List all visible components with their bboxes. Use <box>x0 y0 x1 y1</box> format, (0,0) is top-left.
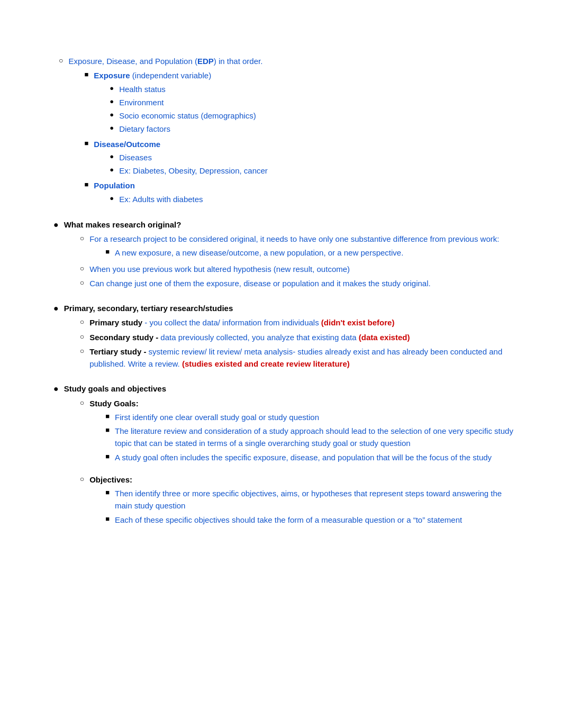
tertiary-red: (studies existed and create review liter… <box>182 359 350 368</box>
ex-diseases-label: Ex: Diabetes, Obesity, Depression, cance… <box>119 165 519 177</box>
original-section: ● What makes research original? ○ For a … <box>43 219 519 292</box>
population-label: Population <box>94 181 135 190</box>
obj1-bullet: ■ <box>105 487 110 498</box>
goal2-item: ■ The literature review and consideratio… <box>89 425 519 450</box>
socio-bullet: ● <box>110 110 114 120</box>
tertiary-item: ○ Tertiary study - systemic review/ lit … <box>64 345 519 370</box>
goal3-item: ■ A study goal often includes the specif… <box>89 451 519 463</box>
secondary-content: Secondary study - data previously collec… <box>89 331 519 343</box>
pst-bullet: ● <box>53 302 59 315</box>
edp-bold: EDP <box>197 57 214 66</box>
goals-sub-content: Study Goals: ■ First identify one clear … <box>89 397 519 465</box>
environment-bullet: ● <box>110 96 114 107</box>
new-exposure-bullet: ■ <box>105 247 110 257</box>
pst-content: Primary, secondary, tertiary research/st… <box>64 302 519 372</box>
environment-label: Environment <box>119 96 519 108</box>
objectives-sub-bullet: ○ <box>80 474 84 485</box>
diseases-item: ● Diseases <box>94 151 519 163</box>
secondary-label: Secondary study - <box>89 333 158 342</box>
dietary-item: ● Dietary factors <box>94 123 519 135</box>
tertiary-label: Tertiary study - <box>89 347 146 356</box>
altered-hyp-item: ○ When you use previous work but altered… <box>64 263 519 275</box>
exposure-desc: (independent variable) <box>132 71 211 80</box>
original-desc-bullet: ○ <box>80 233 84 244</box>
objectives-sub-item: ○ Objectives: ■ Then identify three or m… <box>64 474 519 527</box>
goal1-bullet: ■ <box>105 411 110 422</box>
pst-heading: Primary, secondary, tertiary research/st… <box>64 304 233 313</box>
goal2-bullet: ■ <box>105 425 110 435</box>
edp-bullet: ○ <box>59 55 63 66</box>
study-goals-bullet: ● <box>53 383 59 395</box>
health-status-item: ● Health status <box>94 83 519 95</box>
goal2-text: The literature review and consideration … <box>115 425 519 450</box>
disease-content: Disease/Outcome ● Diseases ● Ex: Diabete… <box>94 138 519 178</box>
study-goals-content: Study goals and objectives ○ Study Goals… <box>64 383 519 530</box>
altered-hyp-bullet: ○ <box>80 263 84 274</box>
ex-adults-bullet: ● <box>110 193 114 204</box>
primary-bullet: ○ <box>80 316 84 327</box>
primary-label: Primary study <box>89 318 142 327</box>
dietary-bullet: ● <box>110 123 114 133</box>
disease-bullet: ■ <box>84 138 88 149</box>
main-content: ○ Exposure, Disease, and Population (EDP… <box>43 21 519 530</box>
original-bullet: ● <box>53 219 59 231</box>
ex-adults-item: ● Ex: Adults with diabetes <box>94 193 519 205</box>
original-content: What makes research original? ○ For a re… <box>64 219 519 292</box>
original-desc-text: For a research project to be considered … <box>89 234 499 243</box>
population-item: ■ Population ● Ex: Adults with diabetes <box>68 179 519 206</box>
altered-hyp-text: When you use previous work but altered h… <box>89 263 519 275</box>
health-status-label: Health status <box>119 83 519 95</box>
pst-section: ● Primary, secondary, tertiary research/… <box>43 302 519 372</box>
study-goals-section: ● Study goals and objectives ○ Study Goa… <box>43 383 519 530</box>
original-desc-item: ○ For a research project to be considere… <box>64 233 519 261</box>
health-bullet: ● <box>110 83 114 94</box>
original-heading: What makes research original? <box>64 220 182 229</box>
obj2-item: ■ Each of these specific objectives shou… <box>89 514 519 526</box>
goals-sub-label: Study Goals: <box>89 399 139 408</box>
goal3-bullet: ■ <box>105 451 110 462</box>
new-exposure-text: A new exposure, a new disease/outcome, a… <box>115 247 519 259</box>
ex-diseases-bullet: ● <box>110 165 114 175</box>
exposure-item: ■ Exposure (independent variable) ● Heal… <box>68 69 519 136</box>
objectives-sub-label: Objectives: <box>89 475 132 484</box>
secondary-red: (data existed) <box>359 333 410 342</box>
primary-red: (didn't exist before) <box>321 318 395 327</box>
population-bullet: ■ <box>84 179 88 190</box>
study-goals-heading: Study goals and objectives <box>64 384 166 393</box>
disease-item: ■ Disease/Outcome ● Diseases ● Ex: Diabe… <box>68 138 519 178</box>
change-one-bullet: ○ <box>80 277 84 288</box>
edp-label: Exposure, Disease, and Population (EDP) … <box>68 57 262 66</box>
objectives-sub-content: Objectives: ■ Then identify three or mor… <box>89 474 519 527</box>
environment-item: ● Environment <box>94 96 519 108</box>
dietary-label: Dietary factors <box>119 123 519 135</box>
tertiary-content: Tertiary study - systemic review/ lit re… <box>89 345 519 370</box>
secondary-item: ○ Secondary study - data previously coll… <box>64 331 519 343</box>
tertiary-bullet: ○ <box>80 345 84 357</box>
diseases-label: Diseases <box>119 151 519 163</box>
change-one-text: Can change just one of them the exposure… <box>89 277 519 289</box>
ex-diseases-item: ● Ex: Diabetes, Obesity, Depression, can… <box>94 165 519 177</box>
obj1-item: ■ Then identify three or more specific o… <box>89 487 519 512</box>
socio-label: Socio economic status (demographics) <box>119 110 519 122</box>
goal1-text: First identify one clear overall study g… <box>115 411 519 423</box>
secondary-desc: data previously collected, you analyze t… <box>158 333 359 342</box>
goal1-item: ■ First identify one clear overall study… <box>89 411 519 423</box>
diseases-bullet: ● <box>110 151 114 162</box>
primary-item: ○ Primary study - you collect the data/ … <box>64 316 519 329</box>
exposure-bullet: ■ <box>84 69 88 80</box>
obj2-bullet: ■ <box>105 514 110 524</box>
secondary-bullet: ○ <box>80 331 84 342</box>
original-desc-content: For a research project to be considered … <box>89 233 519 261</box>
socio-item: ● Socio economic status (demographics) <box>94 110 519 122</box>
population-content: Population ● Ex: Adults with diabetes <box>94 179 519 206</box>
obj2-text: Each of these specific objectives should… <box>115 514 519 526</box>
obj1-text: Then identify three or more specific obj… <box>115 487 519 512</box>
goals-sub-item: ○ Study Goals: ■ First identify one clea… <box>64 397 519 465</box>
exposure-label: Exposure <box>94 71 130 80</box>
goals-sub-bullet: ○ <box>80 397 84 408</box>
edp-text: Exposure, Disease, and Population (EDP) … <box>68 55 519 208</box>
edp-item: ○ Exposure, Disease, and Population (EDP… <box>43 55 519 208</box>
primary-desc: - you collect the data/ information from… <box>142 318 321 327</box>
exposure-content: Exposure (independent variable) ● Health… <box>94 69 519 136</box>
ex-adults-label: Ex: Adults with diabetes <box>119 193 519 205</box>
